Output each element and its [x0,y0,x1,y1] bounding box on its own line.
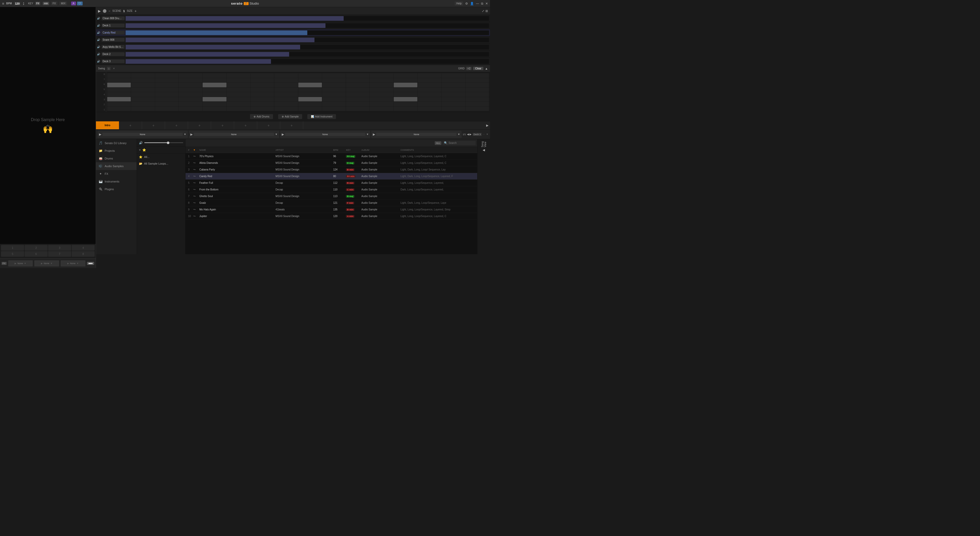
grid-cell[interactable] [250,107,274,111]
deck-slot-5[interactable]: 5 [1,251,24,257]
grid-cell[interactable] [179,83,202,87]
grid-cell[interactable] [322,73,346,78]
grid-cell[interactable] [131,73,154,78]
grid-cell[interactable] [250,97,274,102]
fx-value-btn[interactable]: ■■■ [87,262,94,265]
grid-cell[interactable] [394,102,417,106]
grid-cell[interactable] [227,107,250,111]
grid-cell[interactable] [322,92,346,97]
sort-icon[interactable]: ▼ [193,149,196,151]
grid-cell[interactable] [441,107,465,111]
sidebar-item-audio-samples[interactable]: 🎼 Audio Samples [96,162,137,170]
chevron-down-icon[interactable]: ▼ [486,133,488,136]
grid-cell[interactable] [441,102,465,106]
deck-slot-7[interactable]: 7 [48,251,71,257]
scene-plus-button[interactable]: + [135,9,137,13]
grid-cell[interactable] [107,92,131,97]
grid-cell[interactable] [370,73,393,78]
th-key[interactable]: KEY [345,149,360,151]
song-view-label[interactable]: SongView [481,141,487,147]
scene-intro[interactable]: Intro [96,121,119,129]
transport-arrow-4[interactable]: ▼ [458,133,460,136]
grid-cell[interactable] [131,97,154,102]
grid-cell[interactable] [107,88,131,92]
grid-cell[interactable] [107,97,131,102]
track-name-4[interactable]: Snare 808 [102,38,125,42]
table-row[interactable]: 9 〜 Mo Hats Again 41beats 135 B min Audi… [186,206,477,213]
grid-cell[interactable] [107,83,131,87]
grid-cell[interactable] [465,92,489,97]
transport-arrow-1[interactable]: ▼ [184,133,186,136]
grid-cell[interactable] [370,88,393,92]
grid-cell[interactable] [227,97,250,102]
grid-cell[interactable] [179,73,202,78]
piano-key-5[interactable]: 5 [96,88,106,91]
grid-cell[interactable] [298,88,322,92]
piano-key-8[interactable]: 8 [96,73,106,75]
th-name[interactable]: NAME [198,149,275,151]
grid-cell[interactable] [203,88,226,92]
grid-cell[interactable] [179,78,202,83]
grid-cell[interactable] [298,83,322,87]
grid-cell[interactable] [418,107,441,111]
grid-cell[interactable] [322,83,346,87]
grid-cell[interactable] [179,88,202,92]
sidebar-item-drums[interactable]: 🥁 Drums [96,155,137,162]
track-name-6[interactable]: Deck 2 [102,52,125,56]
add-folder-button[interactable]: + [139,148,141,152]
table-row[interactable]: 8 〜 Goalz Decap 121 F min Audio Sample L… [186,199,477,206]
a-button[interactable]: A [71,2,76,5]
add-instrument-button[interactable]: 📊 Add Instrument [307,114,336,119]
scene-dot-8[interactable]: + [280,121,303,129]
grid-cell[interactable] [203,78,226,83]
scene-dot-7[interactable]: + [257,121,280,129]
grid-cell[interactable] [465,88,489,92]
key-mode[interactable]: min [43,2,49,5]
grid-cell[interactable] [298,92,322,97]
grid-cell[interactable] [346,92,369,97]
close-button[interactable]: ✕ [485,2,488,5]
scene-dot-1[interactable]: + [119,121,142,129]
volume-icon[interactable]: 🔊 [139,141,143,145]
track-mute-2[interactable]: 🔊 [97,24,102,27]
grid-cell[interactable] [298,73,322,78]
grid-cell[interactable] [155,107,178,111]
grid-cell[interactable] [155,78,178,83]
grid-cell[interactable] [394,92,417,97]
table-row[interactable]: 1 〜 70's Physics MSXII Sound Design 96 F… [186,153,477,160]
key-value[interactable]: F# [35,2,40,5]
x2-button[interactable]: ×2 [466,67,472,70]
track-mute-7[interactable]: 🔊 [97,60,102,63]
grid-cell[interactable] [465,107,489,111]
volume-slider[interactable] [144,142,183,143]
collapse-button[interactable]: ▲ [485,67,488,70]
grid-cell[interactable] [441,97,465,102]
grid-cell[interactable] [441,78,465,83]
deck-slot-1[interactable]: 1 [1,245,24,250]
grid-cell[interactable] [203,102,226,106]
grid-cell[interactable] [322,107,346,111]
grid-cell[interactable] [346,97,369,102]
grid-cell[interactable] [203,92,226,97]
transport-play-2[interactable]: ▶ [190,132,192,136]
grid-cell[interactable] [298,97,322,102]
grid-cell[interactable] [441,73,465,78]
grid-cell[interactable] [322,102,346,106]
grid-cell[interactable] [227,83,250,87]
grid-cell[interactable] [418,73,441,78]
grid-cell[interactable] [203,107,226,111]
track-name-5[interactable]: Arpy Mello Bit Sy... [102,45,125,49]
grid-cell[interactable] [203,83,226,87]
grid-cell[interactable] [227,88,250,92]
add-drums-button[interactable]: ⊕ Add Drums [250,114,273,119]
transport-arrow-3[interactable]: ▼ [366,133,369,136]
scene-dot-3[interactable]: + [165,121,188,129]
deck-slot-2[interactable]: 2 [25,245,48,250]
grid-cell[interactable] [250,88,274,92]
next-page-button[interactable]: ▶ [469,133,472,136]
grid-cell[interactable] [394,107,417,111]
bpm-arrows[interactable]: ▲▼ [23,2,25,5]
prev-page-button[interactable]: ◀ [467,133,469,136]
th-bpm[interactable]: BPM [332,149,345,151]
grid-cell[interactable] [131,83,154,87]
